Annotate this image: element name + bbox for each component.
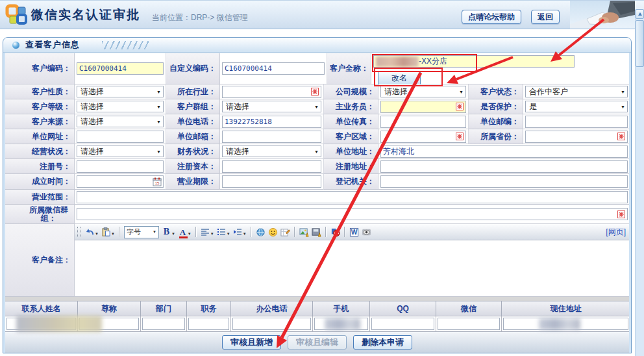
main-salesman-label: 主业务员： [324, 99, 378, 114]
fax-input[interactable] [380, 116, 466, 128]
forum-help-button[interactable]: 点晴论坛帮助 [462, 10, 521, 24]
office-phone-input[interactable] [232, 318, 311, 330]
edit-table-icon[interactable] [279, 226, 291, 238]
chevron-down-icon: ▼ [156, 149, 161, 154]
address-contact-input[interactable] [503, 318, 628, 330]
main-salesman-input[interactable] [380, 101, 466, 113]
wechat-approval-page: 微信实名认证审批 当前位置：DRP-> 微信管理 点晴论坛帮助 返回 查看客户信… [0, 0, 644, 356]
customer-code-input[interactable] [77, 62, 164, 75]
customer-level-select[interactable]: 请选择▼ [77, 101, 164, 112]
toolbar-separator [119, 227, 120, 237]
col-salutation: 尊称 [78, 301, 141, 316]
reg-capital-input[interactable] [222, 160, 321, 173]
contacts-section: 联系人姓名 尊称 部门 职务 办公电话 手机 QQ 微信 现住地址 [5, 297, 629, 353]
is-protected-select[interactable]: 是▼ [525, 101, 628, 112]
wechat-group-label: 所属微信群组： [5, 205, 75, 224]
salutation-input[interactable] [79, 318, 139, 330]
scroll-up-button[interactable] [636, 9, 644, 19]
reg-capital-label: 注册资本： [166, 159, 220, 174]
hyperlink-icon[interactable] [254, 226, 267, 238]
contact-input-row [5, 316, 629, 332]
col-address: 现住地址 [502, 301, 629, 316]
clear-industry-icon[interactable] [311, 88, 319, 95]
col-qq: QQ [370, 301, 436, 316]
is-protected-label: 是否保护： [469, 99, 523, 114]
rename-button[interactable]: 改名 [378, 71, 421, 85]
panel-tab-bar: 查看客户信息 [3, 38, 631, 53]
customer-source-select[interactable]: 请选择▼ [77, 116, 164, 127]
customer-nature-select[interactable]: 请选择▼ [77, 86, 164, 97]
qq-input[interactable] [371, 318, 434, 330]
font-size-select[interactable]: 字号▼ [124, 226, 159, 238]
province-label: 所属省份： [469, 129, 523, 144]
company-scale-select[interactable]: 请选择▼ [380, 86, 466, 97]
reg-address-input[interactable] [380, 160, 628, 173]
toolbar-separator [195, 227, 197, 237]
redacted-name-blur [376, 57, 419, 67]
department-input[interactable] [142, 318, 185, 330]
customer-group-label: 客户群组： [166, 99, 220, 114]
col-office-phone: 办公电话 [231, 301, 313, 316]
emoticon-icon[interactable] [267, 226, 279, 238]
customer-fullname-input[interactable]: -XX分店 [373, 55, 575, 68]
save-html-icon[interactable] [310, 226, 323, 238]
preview-eye-icon[interactable] [360, 226, 373, 238]
contact-name-input[interactable] [6, 318, 76, 330]
back-button[interactable]: 返回 [531, 10, 560, 24]
business-term-input[interactable] [222, 175, 321, 188]
custom-code-label: 自定义编码： [166, 53, 220, 84]
wechat-input[interactable] [438, 318, 500, 330]
phone-input[interactable] [222, 116, 321, 128]
block-icon[interactable] [329, 226, 341, 238]
toolbar-separator [344, 227, 345, 237]
financial-status-select[interactable]: 请选择▼ [222, 146, 321, 157]
business-scope-input[interactable] [77, 191, 628, 203]
col-position: 职务 [187, 301, 231, 316]
operating-status-select[interactable]: 请选择▼ [77, 146, 164, 157]
editor-toolbar: ▼ ▼ 字号▼ B▼ A▼ ▼ ▼ ▼ [75, 224, 629, 240]
approve-and-add-button[interactable]: 审核且新增 [222, 335, 281, 350]
customer-code-label: 客户编码： [5, 53, 75, 84]
customer-group-select[interactable]: 请选择▼ [222, 101, 321, 112]
insert-image-icon[interactable] [298, 226, 310, 238]
address-input[interactable] [380, 146, 628, 158]
wechat-group-input[interactable] [77, 208, 628, 220]
webpage-mode-link[interactable]: [网页] [606, 227, 626, 238]
word-icon[interactable]: W [348, 226, 360, 238]
delete-request-button[interactable]: 删除本申请 [353, 335, 412, 350]
vertical-scrollbar[interactable] [635, 9, 644, 356]
clear-province-icon[interactable] [617, 133, 625, 140]
operating-status-label: 经营状况： [5, 144, 75, 159]
business-scope-label: 营业范围： [5, 190, 75, 205]
industry-input[interactable] [222, 86, 321, 98]
mobile-input[interactable] [314, 318, 368, 330]
customer-status-select[interactable]: 合作中客户▼ [525, 86, 628, 97]
clear-salesman-icon[interactable] [456, 103, 464, 110]
website-input[interactable] [77, 131, 164, 143]
address-label: 单位地址： [324, 144, 378, 159]
chevron-down-icon: ▼ [156, 120, 161, 124]
region-input[interactable] [380, 131, 466, 143]
zipcode-input[interactable] [525, 116, 628, 128]
founding-time-input[interactable] [77, 175, 164, 188]
custom-code-input[interactable] [222, 62, 325, 75]
reg-authority-input[interactable] [380, 175, 628, 188]
position-input[interactable] [188, 318, 229, 330]
scrollbar-thumb[interactable] [636, 20, 644, 67]
founding-time-label: 成立时间： [5, 174, 75, 190]
top-header-bar: 微信实名认证审批 当前位置：DRP-> 微信管理 点晴论坛帮助 返回 [0, 0, 644, 29]
email-label: 单位邮箱： [166, 129, 220, 144]
province-input[interactable] [525, 131, 628, 143]
calendar-icon[interactable]: 15 [153, 177, 162, 186]
note-editor-body[interactable] [75, 240, 629, 296]
reg-number-input[interactable] [77, 160, 164, 173]
form-content: 客户编码： 自定义编码： 客户全称： -XX分店 改名 客户性质： 请选择▼ 所… [5, 53, 629, 353]
clear-wechat-group-icon[interactable] [617, 210, 625, 218]
customer-source-label: 客户来源： [5, 114, 75, 129]
chevron-down-icon: ▼ [156, 90, 161, 94]
note-editor: ▼ ▼ 字号▼ B▼ A▼ ▼ ▼ ▼ [75, 224, 629, 297]
clear-region-icon[interactable] [456, 133, 464, 140]
tab-title: 查看客户信息 [25, 39, 80, 51]
email-input[interactable] [222, 131, 321, 143]
customer-fullname-label: 客户全称： [327, 53, 371, 84]
